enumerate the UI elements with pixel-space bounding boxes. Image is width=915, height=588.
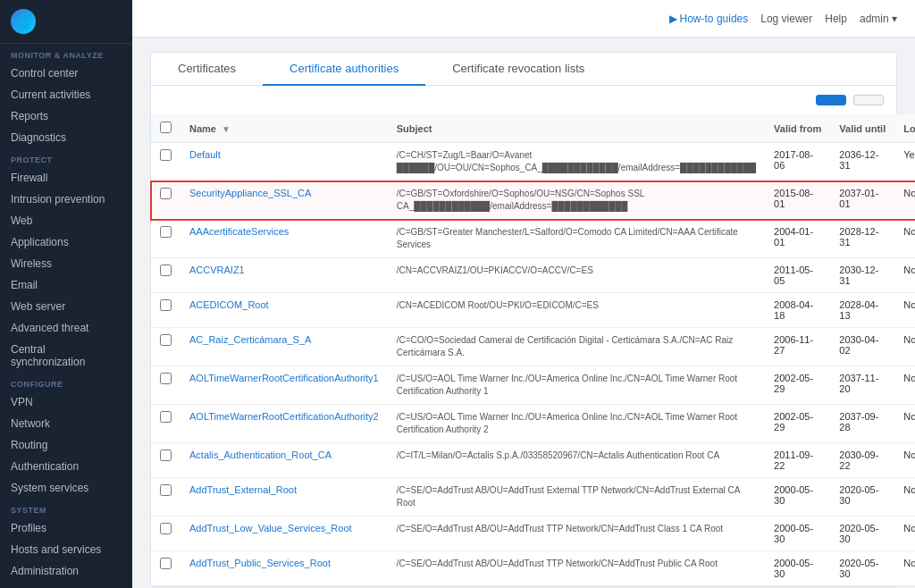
row-checkbox[interactable] bbox=[160, 449, 172, 461]
cell-subject: /C=GB/ST=Greater Manchester/L=Salford/O=… bbox=[388, 220, 765, 258]
cert-name-link[interactable]: AOLTimeWarnerRootCertificationAuthority1 bbox=[189, 373, 379, 383]
cert-name-link[interactable]: AC_Raiz_Certicámara_S_A bbox=[189, 334, 311, 345]
table-row: AddTrust_Public_Services_Root/C=SE/O=Add… bbox=[151, 551, 915, 586]
section-label-protect: PROTECT bbox=[0, 148, 132, 167]
add-button[interactable] bbox=[816, 95, 846, 105]
cert-name-link[interactable]: ACCVRAIZ1 bbox=[189, 265, 245, 275]
row-checkbox[interactable] bbox=[160, 188, 172, 199]
admin-menu[interactable]: admin ▾ bbox=[860, 13, 897, 25]
sidebar-item-routing[interactable]: Routing bbox=[0, 434, 132, 456]
cert-name-link[interactable]: AAAcertificateServices bbox=[189, 226, 289, 237]
cell-valid-until: 2028-12-31 bbox=[830, 220, 894, 258]
subject-text: /C=GB/ST=Greater Manchester/L=Salford/O=… bbox=[397, 227, 738, 249]
main-content: ▶ How-to guides Log viewer Help admin ▾ … bbox=[132, 0, 915, 588]
sidebar-item-administration[interactable]: Administration bbox=[0, 560, 132, 582]
cell-name: Default bbox=[180, 143, 388, 181]
sidebar-item-web[interactable]: Web bbox=[0, 210, 132, 231]
row-checkbox[interactable] bbox=[160, 523, 172, 534]
tab-certificates[interactable]: Certificates bbox=[151, 53, 263, 86]
cert-name-link[interactable]: AddTrust_Public_Services_Root bbox=[189, 558, 331, 568]
row-checkbox[interactable] bbox=[160, 149, 172, 161]
sidebar-item-web-server[interactable]: Web server bbox=[0, 296, 132, 317]
header-checkbox-cell bbox=[151, 114, 180, 143]
row-checkbox[interactable] bbox=[160, 411, 172, 423]
section-label-configure: CONFIGURE bbox=[0, 373, 132, 391]
row-checkbox-cell bbox=[151, 366, 180, 405]
cell-name: AOLTimeWarnerRootCertificationAuthority2 bbox=[180, 405, 388, 443]
sidebar-section-protect: PROTECT Firewall Intrusion prevention We… bbox=[0, 148, 132, 373]
cell-valid-from: 2015-08-01 bbox=[765, 181, 830, 220]
cell-local: No bbox=[894, 517, 915, 551]
section-label-system: SYSTEM bbox=[0, 499, 132, 517]
subject-text: /C=SE/O=AddTrust AB/OU=AddTrust TTP Netw… bbox=[397, 559, 718, 568]
table-row: ACEDICOM_Root/CN=ACEDICOM Root/OU=PKI/O=… bbox=[151, 293, 915, 328]
cert-name-link[interactable]: ACEDICOM_Root bbox=[189, 299, 269, 310]
sidebar-item-wireless[interactable]: Wireless bbox=[0, 253, 132, 274]
subject-text: /C=SE/O=AddTrust AB/OU=AddTrust External… bbox=[397, 485, 740, 508]
row-checkbox[interactable] bbox=[160, 265, 172, 276]
tab-certificate-revocation-lists[interactable]: Certificate revocation lists bbox=[425, 53, 611, 86]
cell-local: Yes bbox=[894, 143, 915, 181]
subject-text: /CN=ACCVRAIZ1/OU=PKIACCV/O=ACCV/C=ES bbox=[397, 265, 593, 275]
cert-name-link[interactable]: AddTrust_External_Root bbox=[189, 484, 297, 495]
help-link[interactable]: Help bbox=[825, 13, 847, 25]
section-label-monitor: MONITOR & ANALYZE bbox=[0, 44, 132, 63]
sidebar-item-firewall[interactable]: Firewall bbox=[0, 167, 132, 189]
sidebar-item-vpn[interactable]: VPN bbox=[0, 391, 132, 413]
cell-name: ACEDICOM_Root bbox=[180, 293, 388, 328]
row-checkbox[interactable] bbox=[160, 226, 172, 238]
video-icon: ▶ bbox=[669, 13, 677, 25]
subject-text: /C=CO/O=Sociedad Cameral de Certificació… bbox=[397, 335, 734, 357]
tabs-header: Certificates Certificate authorities Cer… bbox=[151, 53, 896, 86]
header-subject: Subject bbox=[388, 114, 765, 143]
sidebar-item-control-center[interactable]: Control center bbox=[0, 63, 132, 84]
row-checkbox[interactable] bbox=[160, 484, 172, 496]
sidebar-item-profiles[interactable]: Profiles bbox=[0, 517, 132, 539]
cell-local: No bbox=[894, 443, 915, 478]
sidebar-item-intrusion-prevention[interactable]: Intrusion prevention bbox=[0, 189, 132, 210]
tabs-container: Certificates Certificate authorities Cer… bbox=[150, 52, 897, 587]
row-checkbox[interactable] bbox=[160, 299, 172, 311]
table-row: AOLTimeWarnerRootCertificationAuthority1… bbox=[151, 366, 915, 405]
cell-name: AddTrust_External_Root bbox=[180, 478, 388, 517]
row-checkbox-cell bbox=[151, 181, 180, 220]
cert-name-link[interactable]: Default bbox=[189, 149, 221, 160]
sidebar-item-reports[interactable]: Reports bbox=[0, 105, 132, 127]
select-all-checkbox[interactable] bbox=[160, 122, 172, 133]
sidebar-item-advanced-threat[interactable]: Advanced threat bbox=[0, 317, 132, 339]
cell-name: AOLTimeWarnerRootCertificationAuthority1 bbox=[180, 366, 388, 405]
row-checkbox[interactable] bbox=[160, 373, 172, 384]
sidebar-item-backup-firmware[interactable]: Backup & firmware bbox=[0, 582, 132, 588]
cell-local: No bbox=[894, 405, 915, 443]
sidebar-item-applications[interactable]: Applications bbox=[0, 231, 132, 253]
table-row: AC_Raiz_Certicámara_S_A/C=CO/O=Sociedad … bbox=[151, 328, 915, 366]
tab-certificate-authorities[interactable]: Certificate authorities bbox=[263, 53, 425, 86]
cell-subject: /C=IT/L=Milan/O=Actalis S.p.A./033585209… bbox=[388, 443, 765, 478]
sidebar-item-network[interactable]: Network bbox=[0, 413, 132, 434]
sidebar-item-central-sync[interactable]: Central synchronization bbox=[0, 339, 132, 373]
table-row: AOLTimeWarnerRootCertificationAuthority2… bbox=[151, 405, 915, 443]
row-checkbox[interactable] bbox=[160, 558, 172, 569]
cell-valid-from: 2008-04-18 bbox=[765, 293, 830, 328]
sidebar-item-diagnostics[interactable]: Diagnostics bbox=[0, 127, 132, 148]
sidebar-item-system-services[interactable]: System services bbox=[0, 477, 132, 499]
cert-name-link[interactable]: Actalis_Authentication_Root_CA bbox=[189, 449, 332, 460]
row-checkbox-cell bbox=[151, 551, 180, 586]
sidebar-item-email[interactable]: Email bbox=[0, 274, 132, 296]
sidebar-item-current-activities[interactable]: Current activities bbox=[0, 84, 132, 105]
how-to-guides-link[interactable]: ▶ How-to guides bbox=[669, 13, 749, 25]
cell-subject: /C=CO/O=Sociedad Cameral de Certificació… bbox=[388, 328, 765, 366]
sidebar-item-hosts-services[interactable]: Hosts and services bbox=[0, 539, 132, 560]
cell-valid-from: 2000-05-30 bbox=[765, 478, 830, 517]
row-checkbox[interactable] bbox=[160, 334, 172, 346]
cell-name: SecurityAppliance_SSL_CA bbox=[180, 181, 388, 220]
cert-name-link[interactable]: AOLTimeWarnerRootCertificationAuthority2 bbox=[189, 411, 379, 422]
cell-valid-until: 2020-05-30 bbox=[830, 551, 894, 586]
sidebar-item-authentication[interactable]: Authentication bbox=[0, 456, 132, 477]
log-viewer-link[interactable]: Log viewer bbox=[760, 13, 812, 25]
cert-name-link[interactable]: SecurityAppliance_SSL_CA bbox=[189, 188, 311, 198]
cell-local: No bbox=[894, 181, 915, 220]
delete-button[interactable] bbox=[853, 95, 884, 105]
filter-icon[interactable]: ▼ bbox=[222, 124, 231, 134]
cert-name-link[interactable]: AddTrust_Low_Value_Services_Root bbox=[189, 523, 352, 533]
